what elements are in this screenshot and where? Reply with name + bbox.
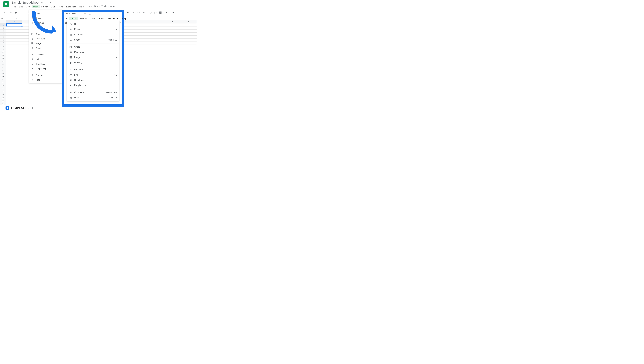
cell[interactable]	[133, 81, 149, 84]
cell[interactable]	[149, 54, 165, 57]
cell[interactable]	[149, 84, 165, 87]
callout-menu-format[interactable]: Format	[78, 16, 89, 21]
menu-tools[interactable]: Tools	[57, 5, 64, 8]
cell[interactable]	[149, 38, 165, 42]
cell[interactable]	[133, 66, 149, 69]
cell[interactable]	[149, 57, 165, 60]
column-header[interactable]: A	[6, 20, 22, 24]
cell[interactable]	[181, 42, 197, 45]
cell[interactable]	[165, 51, 181, 54]
cell[interactable]	[149, 32, 165, 36]
row-header[interactable]: 4	[0, 32, 6, 36]
chart-icon[interactable]	[159, 11, 162, 14]
undo-icon[interactable]: ↶	[4, 11, 6, 14]
row-header[interactable]: 13	[0, 60, 6, 63]
cell[interactable]	[133, 75, 149, 78]
cell[interactable]	[6, 87, 22, 90]
cell[interactable]	[38, 84, 54, 87]
cell[interactable]	[22, 87, 38, 90]
cell[interactable]	[6, 93, 22, 96]
cell[interactable]	[38, 99, 54, 102]
cell[interactable]	[133, 36, 149, 38]
callout-menu-data[interactable]: Data	[89, 16, 97, 21]
row-header[interactable]: 12	[0, 57, 6, 60]
cell[interactable]	[181, 78, 197, 81]
callout-menu-help[interactable]: Help	[120, 16, 128, 21]
cell[interactable]	[181, 26, 197, 30]
cell[interactable]	[165, 60, 181, 63]
insert-note[interactable]: ▤NoteShift+F2	[67, 95, 119, 100]
insert-link[interactable]: ⧉Link	[29, 57, 62, 62]
column-header[interactable]: I	[133, 20, 149, 24]
name-box[interactable]: A1▾	[0, 17, 14, 19]
row-header[interactable]: 22	[0, 87, 6, 90]
cell[interactable]	[6, 66, 22, 69]
cell[interactable]	[181, 30, 197, 32]
row-header[interactable]: 2	[0, 26, 6, 30]
cell[interactable]	[22, 93, 38, 96]
insert-note[interactable]: ▤Note	[29, 78, 62, 82]
insert-pivot[interactable]: ▦Pivot table	[67, 50, 119, 55]
paint-format-icon[interactable]	[20, 11, 22, 14]
row-header[interactable]: 19	[0, 78, 6, 81]
cell[interactable]	[149, 26, 165, 30]
cell[interactable]	[6, 30, 22, 32]
row-header[interactable]: 16	[0, 69, 6, 72]
cell[interactable]	[149, 75, 165, 78]
cell[interactable]	[165, 69, 181, 72]
row-header[interactable]: 6	[0, 38, 6, 42]
cell[interactable]	[165, 42, 181, 45]
cell[interactable]	[6, 84, 22, 87]
redo-icon[interactable]: ↷	[9, 11, 12, 14]
cell[interactable]	[181, 57, 197, 60]
cell[interactable]	[38, 96, 54, 99]
cell[interactable]	[133, 32, 149, 36]
cell[interactable]	[38, 93, 54, 96]
cell[interactable]	[133, 45, 149, 48]
cell[interactable]	[6, 57, 22, 60]
cell[interactable]	[181, 93, 197, 96]
cell[interactable]	[181, 81, 197, 84]
menu-edit[interactable]: Edit	[18, 5, 24, 8]
cell[interactable]	[165, 57, 181, 60]
cell[interactable]	[149, 51, 165, 54]
insert-drawing[interactable]: ◐Drawing	[29, 46, 62, 50]
cell[interactable]	[6, 99, 22, 102]
cell[interactable]	[181, 69, 197, 72]
filter-icon[interactable]: ▾	[164, 11, 167, 14]
cell[interactable]	[181, 32, 197, 36]
cell[interactable]	[6, 96, 22, 99]
cell[interactable]	[22, 84, 38, 87]
row-header[interactable]: 11	[0, 54, 6, 57]
cell[interactable]	[149, 60, 165, 63]
insert-people[interactable]: ☻People chip	[29, 66, 62, 71]
callout-menu-extensions[interactable]: Extensions	[106, 16, 120, 21]
cell[interactable]	[133, 93, 149, 96]
cell[interactable]	[181, 87, 197, 90]
cell[interactable]	[6, 45, 22, 48]
cell[interactable]	[6, 102, 22, 106]
cell[interactable]	[38, 90, 54, 93]
cell[interactable]	[149, 24, 165, 26]
cell[interactable]	[6, 24, 22, 26]
row-header[interactable]: 1	[0, 24, 6, 26]
cell[interactable]	[149, 30, 165, 32]
row-header[interactable]: 20	[0, 81, 6, 84]
cell[interactable]	[149, 63, 165, 66]
cell[interactable]	[165, 48, 181, 51]
menu-view[interactable]: View	[24, 5, 32, 8]
insert-cells[interactable]: ▢Cells▸	[67, 22, 119, 27]
cell[interactable]	[165, 93, 181, 96]
cell[interactable]	[181, 72, 197, 75]
cell[interactable]	[181, 60, 197, 63]
cell[interactable]	[165, 63, 181, 66]
sheets-logo-icon[interactable]	[3, 2, 9, 7]
cell[interactable]	[181, 75, 197, 78]
cell[interactable]	[133, 87, 149, 90]
cell[interactable]	[181, 48, 197, 51]
cell[interactable]	[133, 102, 149, 106]
column-header[interactable]: J	[149, 20, 165, 24]
row-header[interactable]: 18	[0, 75, 6, 78]
insert-image[interactable]: Image	[29, 41, 62, 46]
cell[interactable]	[6, 90, 22, 93]
